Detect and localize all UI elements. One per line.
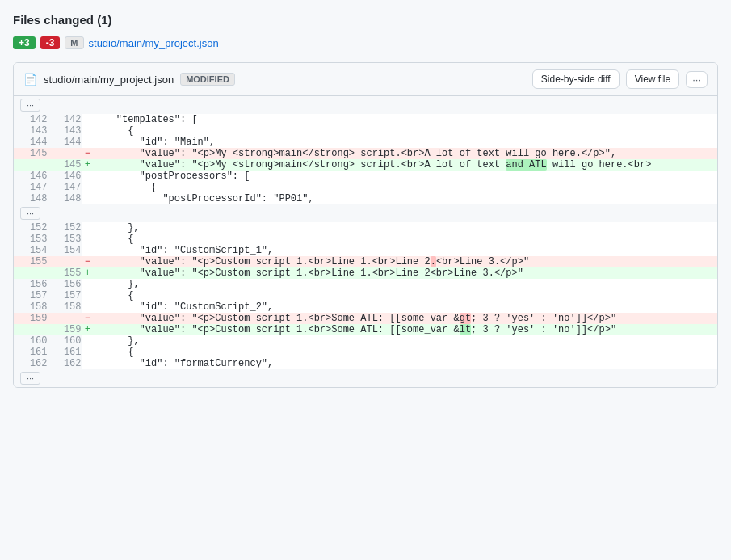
table-row: 153 153 { — [14, 234, 717, 245]
table-row: 160 160 }, — [14, 335, 717, 347]
left-line-num — [14, 324, 48, 335]
view-file-button[interactable]: View file — [626, 69, 679, 89]
right-line-num: 142 — [48, 114, 82, 125]
file-status-badge: MODIFIED — [180, 73, 235, 86]
right-line-num — [48, 148, 82, 159]
right-line-num: 156 — [48, 279, 82, 290]
diff-file-name: studio/main/my_project.json — [44, 74, 174, 86]
diff-sign: + — [82, 324, 93, 335]
expand-row-middle: ··· — [14, 204, 717, 222]
table-row: 143 143 { — [14, 125, 717, 137]
left-line-num: 152 — [14, 222, 48, 234]
table-row: 158 158 "id": "CustomScript_2", — [14, 301, 717, 313]
diff-code: "id": "CustomScript_2", — [93, 301, 717, 313]
table-row: 145 + "value": "<p>My <strong>main</stro… — [14, 159, 717, 171]
table-row: 156 156 }, — [14, 279, 717, 290]
left-line-num: 147 — [14, 182, 48, 193]
diff-code: "value": "<p>My <strong>main</strong> sc… — [93, 148, 717, 159]
right-line-num — [48, 313, 82, 324]
diff-code: "postProcessors": [ — [93, 171, 717, 182]
left-line-num: 148 — [14, 193, 48, 204]
left-line-num: 154 — [14, 245, 48, 256]
diff-sign — [82, 358, 93, 369]
diff-code: "id": "Main", — [93, 137, 717, 148]
left-line-num: 162 — [14, 358, 48, 369]
expand-row-bottom: ··· — [14, 369, 717, 387]
file-path-link[interactable]: studio/main/my_project.json — [89, 37, 219, 49]
diff-sign: + — [82, 267, 93, 279]
expand-middle-button[interactable]: ··· — [20, 207, 40, 220]
left-line-num: 160 — [14, 335, 48, 347]
file-header-left: 📄 studio/main/my_project.json MODIFIED — [23, 73, 235, 86]
diff-sign: + — [82, 159, 93, 171]
right-line-num: 153 — [48, 234, 82, 245]
right-line-num: 160 — [48, 335, 82, 347]
right-line-num: 158 — [48, 301, 82, 313]
diff-code: { — [93, 290, 717, 301]
left-line-num: 153 — [14, 234, 48, 245]
file-summary-bar: +3 -3 M studio/main/my_project.json — [13, 36, 718, 49]
diff-code: "templates": [ — [93, 114, 717, 125]
diff-code: "value": "<p>Custom script 1.<br>Some AT… — [93, 313, 717, 324]
left-line-num: 142 — [14, 114, 48, 125]
diff-code: }, — [93, 279, 717, 290]
right-line-num: 144 — [48, 137, 82, 148]
table-row: 157 157 { — [14, 290, 717, 301]
left-line-num: 144 — [14, 137, 48, 148]
expand-top-button[interactable]: ··· — [20, 99, 40, 112]
diff-sign — [82, 279, 93, 290]
diff-sign — [82, 347, 93, 358]
diff-sign — [82, 137, 93, 148]
table-row: 155 + "value": "<p>Custom script 1.<br>L… — [14, 267, 717, 279]
diff-sign: − — [82, 256, 93, 267]
left-line-num: 146 — [14, 171, 48, 182]
diff-sign — [82, 234, 93, 245]
table-row: 162 162 "id": "formatCurrency", — [14, 358, 717, 369]
diff-sign — [82, 335, 93, 347]
table-row: 145 − "value": "<p>My <strong>main</stro… — [14, 148, 717, 159]
expand-row-top: ··· — [14, 96, 717, 114]
table-row: 159 − "value": "<p>Custom script 1.<br>S… — [14, 313, 717, 324]
diff-code: { — [93, 234, 717, 245]
side-by-side-diff-button[interactable]: Side-by-side diff — [532, 69, 620, 89]
diff-code: { — [93, 347, 717, 358]
table-row: 147 147 { — [14, 182, 717, 193]
modified-badge: M — [65, 36, 83, 49]
file-header: 📄 studio/main/my_project.json MODIFIED S… — [14, 63, 717, 96]
expand-bottom-button[interactable]: ··· — [20, 372, 40, 385]
table-row: 155 − "value": "<p>Custom script 1.<br>L… — [14, 256, 717, 267]
diff-code: "value": "<p>Custom script 1.<br>Line 1.… — [93, 256, 717, 267]
diff-sign: − — [82, 148, 93, 159]
right-line-num: 161 — [48, 347, 82, 358]
right-line-num: 157 — [48, 290, 82, 301]
diff-table: ··· 142 142 "templates": [ 143 143 { 144 — [14, 96, 717, 387]
right-line-num: 154 — [48, 245, 82, 256]
right-line-num: 148 — [48, 193, 82, 204]
more-options-button[interactable]: ··· — [686, 71, 708, 88]
diff-sign — [82, 222, 93, 234]
right-line-num: 145 — [48, 159, 82, 171]
diff-sign — [82, 114, 93, 125]
diff-sign — [82, 301, 93, 313]
diff-code: "value": "<p>Custom script 1.<br>Line 1.… — [93, 267, 717, 279]
deletions-badge: -3 — [40, 36, 61, 49]
left-line-num: 143 — [14, 125, 48, 137]
diff-sign — [82, 171, 93, 182]
table-row: 146 146 "postProcessors": [ — [14, 171, 717, 182]
table-row: 152 152 }, — [14, 222, 717, 234]
diff-sign — [82, 245, 93, 256]
diff-code: "value": "<p>Custom script 1.<br>Some AT… — [93, 324, 717, 335]
file-doc-icon: 📄 — [23, 73, 37, 86]
left-line-num: 161 — [14, 347, 48, 358]
left-line-num — [14, 267, 48, 279]
file-header-right: Side-by-side diff View file ··· — [532, 69, 708, 89]
left-line-num: 159 — [14, 313, 48, 324]
table-row: 144 144 "id": "Main", — [14, 137, 717, 148]
right-line-num: 155 — [48, 267, 82, 279]
table-row: 154 154 "id": "CustomScript_1", — [14, 245, 717, 256]
diff-code: "id": "formatCurrency", — [93, 358, 717, 369]
diff-code: { — [93, 182, 717, 193]
right-line-num: 147 — [48, 182, 82, 193]
table-row: 142 142 "templates": [ — [14, 114, 717, 125]
diff-sign: − — [82, 313, 93, 324]
